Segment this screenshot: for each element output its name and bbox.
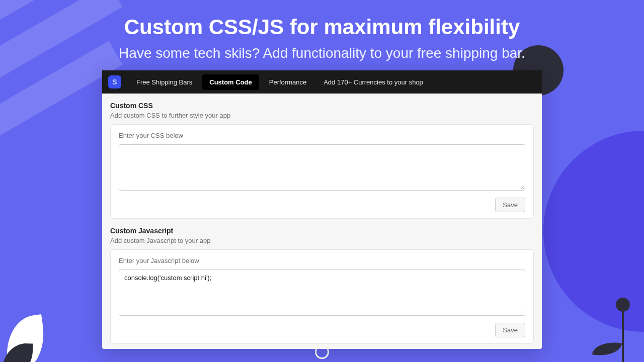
css-card: Enter your CSS below Save: [110, 124, 534, 219]
nav-custom-code[interactable]: Custom Code: [202, 74, 259, 90]
js-section-subtitle: Add custom Javascript to your app: [110, 237, 534, 244]
hero-subtitle: Have some tech skils? Add functionality …: [0, 45, 644, 61]
js-input[interactable]: [119, 269, 525, 316]
js-save-button[interactable]: Save: [495, 323, 525, 337]
app-logo-icon[interactable]: S: [108, 75, 121, 88]
js-card-label: Enter your Javascript below: [119, 257, 525, 264]
js-section-title: Custom Javascript: [110, 227, 534, 235]
custom-js-section: Custom Javascript Add custom Javascript …: [102, 219, 542, 344]
css-section-subtitle: Add custom CSS to further style your app: [110, 112, 534, 119]
js-card: Enter your Javascript below Save: [110, 249, 534, 344]
css-input[interactable]: [119, 144, 525, 191]
nav-add-currencies[interactable]: Add 170+ Currencies to your shop: [316, 74, 430, 90]
css-card-label: Enter your CSS below: [119, 132, 525, 139]
decorative-leaf: [2, 314, 49, 362]
css-save-button[interactable]: Save: [495, 198, 525, 212]
top-nav: S Free Shipping Bars Custom Code Perform…: [102, 70, 542, 94]
nav-free-shipping-bars[interactable]: Free Shipping Bars: [129, 74, 199, 90]
css-section-title: Custom CSS: [110, 102, 534, 110]
app-window: S Free Shipping Bars Custom Code Perform…: [102, 70, 542, 349]
custom-css-section: Custom CSS Add custom CSS to further sty…: [102, 94, 542, 219]
hero-title: Custom CSS/JS for maximum flexibility: [0, 15, 644, 39]
hero: Custom CSS/JS for maximum flexibility Ha…: [0, 0, 644, 61]
nav-performance[interactable]: Performance: [262, 74, 313, 90]
